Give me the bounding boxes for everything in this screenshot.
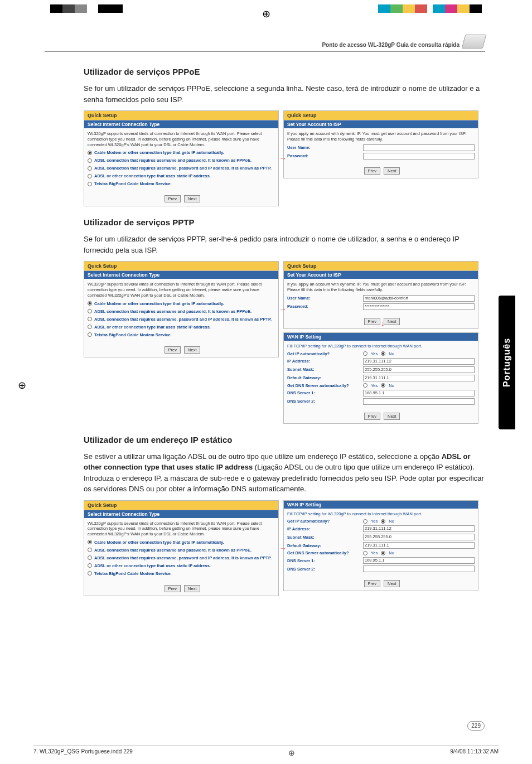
gateway-label: Default Gateway: <box>287 543 360 548</box>
radio-icon <box>88 151 92 155</box>
dns1-input[interactable]: 168.95.1.1 <box>363 557 475 564</box>
quick-setup-panel: Quick Setup Select Internet Connection T… <box>84 261 279 357</box>
conn-opt-4[interactable]: ADSL or other connection type that uses … <box>88 563 275 568</box>
isp-account-panel: Quick Setup Set Your Account to ISP If y… <box>283 110 478 178</box>
wan-desc: Fill TCP/IP setting for WL320gP to conne… <box>287 344 475 349</box>
radio-icon[interactable] <box>363 351 367 356</box>
radio-icon <box>88 182 92 186</box>
conn-opt-3[interactable]: ADSL connection that requires username, … <box>88 166 275 171</box>
arrow-icon: → <box>279 304 287 313</box>
next-button[interactable]: Next <box>384 580 400 587</box>
getip-label: Get IP automatically? <box>287 519 360 524</box>
dns1-input[interactable]: 168.95.1.1 <box>363 390 475 396</box>
dns2-label: DNS Server 2: <box>287 399 360 404</box>
pptp-heading: Utilizador de serviços PPTP <box>84 217 485 227</box>
radio-icon[interactable] <box>363 519 367 524</box>
arrow-icon: → <box>279 544 287 553</box>
radio-icon <box>88 158 92 163</box>
panel-subtitle: Select Internet Connection Type <box>84 510 278 518</box>
panel-title: Quick Setup <box>284 111 478 120</box>
dns2-label: DNS Server 2: <box>287 567 360 572</box>
panel-title: Quick Setup <box>284 262 478 271</box>
pppoe-heading: Utilizador de serviços PPPoE <box>84 67 485 76</box>
radio-icon[interactable] <box>381 383 385 388</box>
prev-button[interactable]: Prev <box>165 585 181 592</box>
next-button[interactable]: Next <box>184 585 200 592</box>
prev-button[interactable]: Prev <box>165 195 181 202</box>
prev-button[interactable]: Prev <box>364 167 380 175</box>
next-button[interactable]: Next <box>384 413 400 420</box>
password-label: Password: <box>287 153 360 158</box>
username-input[interactable]: mark006@adsl-comfort <box>363 295 475 302</box>
prev-button[interactable]: Prev <box>165 346 181 354</box>
conn-opt-1[interactable]: Cable Modem or other connection type tha… <box>88 540 275 545</box>
dns1-label: DNS Server 1: <box>287 558 360 563</box>
next-button[interactable]: Next <box>384 167 400 175</box>
panel-subtitle: Select Internet Connection Type <box>84 271 278 279</box>
panel-title: Quick Setup <box>84 501 278 510</box>
language-tab: Português <box>499 296 515 429</box>
quick-setup-panel: Quick Setup Select Internet Connection T… <box>84 500 279 596</box>
radio-icon <box>88 555 92 560</box>
wan-ip-panel: WAN IP Setting Fill TCP/IP setting for W… <box>283 500 478 592</box>
arrow-down-icon: → <box>379 320 388 328</box>
radio-icon <box>88 301 92 306</box>
header-title: Ponto de acesso WL-320gP Guia de consult… <box>322 42 460 48</box>
conn-opt-4[interactable]: ADSL or other connection type that uses … <box>88 173 275 178</box>
panel-title: Quick Setup <box>84 262 278 271</box>
prev-button[interactable]: Prev <box>364 318 380 325</box>
password-input[interactable]: *************** <box>363 303 475 310</box>
wan-ip-panel: WAN IP Setting Fill TCP/IP setting for W… <box>283 332 478 424</box>
gateway-input[interactable]: 219.31.111.1 <box>363 375 475 381</box>
panel-desc: WL320gP supports several kinds of connec… <box>88 131 275 147</box>
arrow-icon: → <box>279 154 287 163</box>
next-button[interactable]: Next <box>184 346 200 354</box>
radio-icon[interactable] <box>363 551 367 555</box>
panel-subtitle: Select Internet Connection Type <box>84 120 278 128</box>
ip-input[interactable]: 219.31.111.12 <box>363 358 475 365</box>
panel-desc: WL320gP supports several kinds of connec… <box>88 521 275 537</box>
ip-label: IP Address: <box>287 359 360 364</box>
pptp-para: Se for um utilizador de serviços PPTP, s… <box>84 234 485 255</box>
radio-icon[interactable] <box>381 551 385 555</box>
conn-opt-2[interactable]: ADSL connection that requires username a… <box>88 548 275 553</box>
conn-opt-4[interactable]: ADSL or other connection type that uses … <box>88 325 275 330</box>
conn-opt-3[interactable]: ADSL connection that requires username, … <box>88 317 275 322</box>
next-button[interactable]: Next <box>184 195 200 202</box>
conn-opt-5[interactable]: Telstra BigPond Cable Modem Service. <box>88 571 275 576</box>
radio-icon <box>88 325 92 329</box>
subnet-label: Subnet Mask: <box>287 367 360 372</box>
panel-subtitle: Set Your Account to ISP <box>284 271 478 279</box>
subnet-input[interactable]: 255.255.255.0 <box>363 534 475 540</box>
conn-opt-2[interactable]: ADSL connection that requires username a… <box>88 309 275 314</box>
radio-icon[interactable] <box>381 351 385 356</box>
subnet-label: Subnet Mask: <box>287 535 360 540</box>
radio-icon[interactable] <box>381 519 385 524</box>
registration-mark-bottom: ⊕ <box>288 748 295 757</box>
subnet-input[interactable]: 255.255.255.0 <box>363 366 475 373</box>
dns2-input[interactable] <box>363 398 475 405</box>
ip-label: IP Address: <box>287 526 360 531</box>
radio-icon[interactable] <box>363 383 367 388</box>
footer: 7. WL320gP_QSG Portuguese.indd 229 ⊕ 9/4… <box>33 746 499 757</box>
conn-opt-1[interactable]: Cable Modem or other connection type tha… <box>88 301 275 306</box>
conn-opt-2[interactable]: ADSL connection that requires username a… <box>88 158 275 163</box>
ip-input[interactable]: 219.31.111.12 <box>363 525 475 532</box>
dns1-label: DNS Server 1: <box>287 390 360 395</box>
static-heading: Utilizador de um endereço IP estático <box>84 435 485 444</box>
prev-button[interactable]: Prev <box>364 413 380 420</box>
prev-button[interactable]: Prev <box>364 580 380 587</box>
username-label: User Name: <box>287 296 360 301</box>
radio-icon <box>88 563 92 568</box>
conn-opt-5[interactable]: Telstra BigPond Cable Modem Service. <box>88 332 275 337</box>
conn-opt-3[interactable]: ADSL connection that requires username, … <box>88 555 275 560</box>
dns2-input[interactable] <box>363 565 475 572</box>
footer-file: 7. WL320gP_QSG Portuguese.indd 229 <box>33 748 133 757</box>
conn-opt-5[interactable]: Telstra BigPond Cable Modem Service. <box>88 181 275 186</box>
gateway-input[interactable]: 219.31.111.1 <box>363 542 475 549</box>
isp-desc: If you apply an account with dynamic IP.… <box>287 131 475 142</box>
password-input[interactable] <box>363 153 475 159</box>
conn-opt-1[interactable]: Cable Modem or other connection type tha… <box>88 150 275 155</box>
username-input[interactable] <box>363 144 475 151</box>
color-calibration-bar <box>50 4 123 13</box>
